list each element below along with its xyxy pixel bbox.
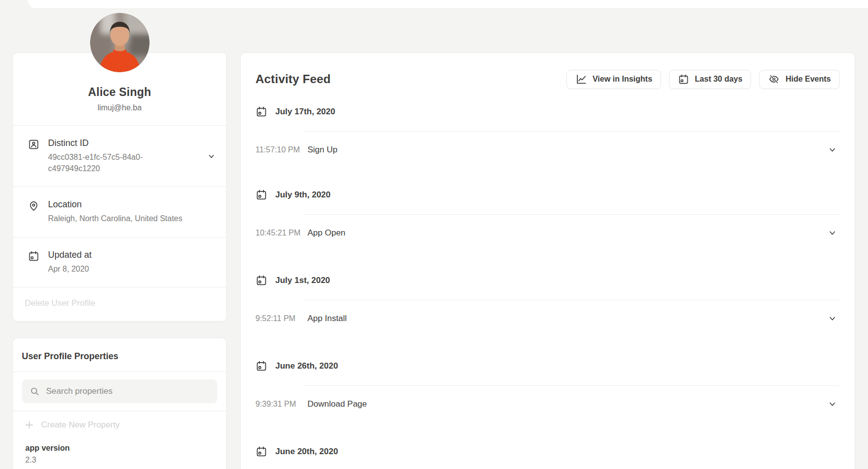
- event-time: 11:57:10 PM: [255, 145, 307, 154]
- calendar-icon: [28, 250, 40, 262]
- calendar-icon: [255, 189, 267, 201]
- search-properties-box[interactable]: [22, 379, 217, 403]
- activity-feed-body: July 17th, 2020 11:57:10 PM Sign Up July…: [255, 105, 840, 469]
- divider: [304, 131, 840, 132]
- property-item[interactable]: app version 2.3: [13, 439, 226, 469]
- delete-user-profile-button[interactable]: Delete User Profile: [13, 287, 226, 321]
- event-time: 9:39:31 PM: [255, 400, 307, 409]
- event-row[interactable]: 9:52:11 PM App Install: [255, 307, 840, 330]
- feed-toolbar: View in Insights Last 30 days Hi: [566, 70, 840, 89]
- property-name: app version: [25, 444, 217, 453]
- plus-icon: [25, 421, 34, 429]
- distinct-id-row[interactable]: Distinct ID 49cc0381-e1fc-57c5-84a0-c497…: [13, 125, 226, 187]
- location-row: Location Raleigh, North Carolina, United…: [13, 187, 226, 236]
- calendar-icon: [255, 275, 267, 286]
- event-row[interactable]: 10:45:21 PM App Open: [255, 222, 840, 244]
- location-text: Location Raleigh, North Carolina, United…: [48, 199, 182, 224]
- user-profile-properties-card: User Profile Properties Create New Prope…: [12, 338, 227, 469]
- chevron-down-icon[interactable]: [828, 314, 837, 323]
- distinct-id-value: 49cc0381-e1fc-57c5-84a0-c497949c1220: [48, 151, 154, 174]
- properties-search-section: [13, 372, 226, 411]
- eye-off-icon: [768, 73, 780, 85]
- date-label: July 1st, 2020: [275, 276, 330, 285]
- activity-feed-header: Activity Feed View in Insights Last 30 d…: [255, 53, 840, 91]
- date-range-button[interactable]: Last 30 days: [669, 70, 751, 89]
- date-label: July 9th, 2020: [275, 190, 331, 200]
- calendar-icon: [255, 360, 267, 372]
- date-range-label: Last 30 days: [695, 75, 742, 84]
- create-new-property-button[interactable]: Create New Property: [13, 411, 226, 439]
- chevron-down-icon[interactable]: [828, 400, 837, 409]
- spacer: [255, 244, 840, 274]
- divider: [304, 300, 840, 300]
- search-properties-input[interactable]: [46, 386, 209, 396]
- location-pin-icon: [28, 200, 40, 212]
- event-group: June 20th, 2020: [255, 445, 840, 469]
- date-heading: July 1st, 2020: [255, 274, 840, 287]
- date-heading: June 20th, 2020: [255, 445, 840, 458]
- hide-events-button[interactable]: Hide Events: [759, 70, 840, 89]
- profile-card: Alice Singh limuj@he.ba Distinct ID 49cc…: [12, 52, 227, 322]
- divider: [304, 214, 840, 215]
- event-time: 9:52:11 PM: [255, 314, 307, 323]
- event-name: Download Page: [307, 399, 828, 409]
- event-name: App Open: [307, 228, 828, 238]
- spacer: [255, 161, 840, 188]
- chevron-down-icon[interactable]: [828, 145, 837, 154]
- activity-feed-title: Activity Feed: [255, 72, 331, 86]
- updated-at-row: Updated at Apr 8, 2020: [13, 237, 226, 287]
- event-group: July 1st, 2020 9:52:11 PM App Install: [255, 274, 840, 360]
- event-group: July 9th, 2020 10:45:21 PM App Open: [255, 188, 840, 274]
- hide-events-label: Hide Events: [785, 75, 831, 84]
- distinct-id-label: Distinct ID: [48, 138, 154, 148]
- chevron-down-icon[interactable]: [828, 229, 837, 237]
- user-profile-sidebar: Alice Singh limuj@he.ba Distinct ID 49cc…: [12, 0, 227, 469]
- distinct-id-text: Distinct ID 49cc0381-e1fc-57c5-84a0-c497…: [48, 138, 154, 174]
- date-heading: June 26th, 2020: [255, 360, 840, 373]
- view-in-insights-label: View in Insights: [593, 75, 653, 84]
- create-new-property-label: Create New Property: [41, 420, 120, 430]
- view-in-insights-button[interactable]: View in Insights: [566, 70, 662, 89]
- divider: [304, 385, 840, 386]
- calendar-icon: [255, 446, 267, 458]
- updated-at-value: Apr 8, 2020: [48, 263, 92, 275]
- properties-title: User Profile Properties: [13, 338, 226, 372]
- date-label: June 20th, 2020: [275, 447, 338, 457]
- date-heading: July 9th, 2020: [255, 188, 840, 201]
- avatar-image: [90, 13, 150, 72]
- event-time: 10:45:21 PM: [255, 229, 307, 237]
- search-icon: [30, 386, 40, 396]
- avatar: [90, 13, 150, 72]
- id-badge-icon: [28, 139, 40, 150]
- date-label: June 26th, 2020: [275, 361, 338, 371]
- calendar-icon: [255, 106, 267, 118]
- location-label: Location: [48, 199, 182, 210]
- activity-feed-card: Activity Feed View in Insights Last 30 d…: [240, 52, 855, 469]
- date-heading: July 17th, 2020: [255, 105, 840, 118]
- spacer: [255, 330, 840, 360]
- profile-email: limuj@he.ba: [23, 103, 216, 112]
- spacer: [255, 416, 840, 445]
- insights-chart-icon: [575, 73, 587, 85]
- updated-at-label: Updated at: [48, 250, 92, 260]
- profile-name: Alice Singh: [23, 86, 216, 99]
- event-row[interactable]: 11:57:10 PM Sign Up: [255, 139, 840, 161]
- event-name: Sign Up: [307, 145, 828, 155]
- date-label: July 17th, 2020: [275, 107, 335, 117]
- chevron-down-icon[interactable]: [207, 152, 215, 160]
- calendar-icon: [678, 74, 689, 85]
- event-name: App Install: [307, 314, 828, 324]
- updated-at-text: Updated at Apr 8, 2020: [48, 250, 92, 275]
- event-group: July 17th, 2020 11:57:10 PM Sign Up: [255, 105, 840, 188]
- location-value: Raleigh, North Carolina, United States: [48, 213, 182, 224]
- property-value: 2.3: [25, 456, 217, 465]
- event-row[interactable]: 9:39:31 PM Download Page: [255, 393, 840, 416]
- event-group: June 26th, 2020 9:39:31 PM Download Page: [255, 360, 840, 445]
